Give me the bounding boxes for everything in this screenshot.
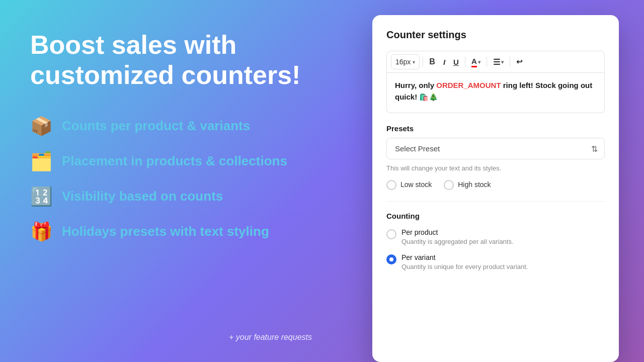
text-toolbar: 16px ▾ B I U A ▾ <box>386 51 605 73</box>
feature-item-2: 🗂️ Placement in products & collections <box>30 151 322 172</box>
italic-button[interactable]: I <box>440 54 448 69</box>
per-product-text: Per product Quantity is aggregated per a… <box>401 228 514 245</box>
font-color-chevron-icon: ▾ <box>478 59 480 65</box>
font-size-value: 16px <box>395 58 411 66</box>
toolbar-divider-4 <box>510 57 510 67</box>
font-color-icon: A <box>471 57 477 67</box>
presets-label: Presets <box>386 124 605 133</box>
toolbar-divider-2 <box>465 57 465 67</box>
feature-text-1: Counts per product & variants <box>62 118 250 134</box>
counting-title: Counting <box>386 212 605 220</box>
feature-item-4: 🎁 Holidays presets with text styling <box>30 221 322 242</box>
hero-section: Boost sales with customized counters! 📦 … <box>0 0 352 362</box>
preset-hint: This will change your text and its style… <box>386 164 605 172</box>
high-stock-radio-circle <box>444 180 454 190</box>
per-product-label: Per product <box>401 228 514 236</box>
per-variant-desc: Quantity is unique for every product var… <box>401 263 528 270</box>
font-color-button[interactable]: A ▾ <box>468 54 484 69</box>
toolbar-divider-3 <box>487 57 487 67</box>
features-list: 📦 Counts per product & variants 🗂️ Place… <box>30 116 322 242</box>
low-stock-label: Low stock <box>400 180 432 189</box>
section-divider <box>386 201 605 202</box>
toolbar-divider-1 <box>423 57 423 67</box>
align-chevron-icon: ▾ <box>501 59 504 65</box>
per-variant-text: Per variant Quantity is unique for every… <box>401 253 528 270</box>
feature-text-2: Placement in products & collections <box>62 153 287 169</box>
feature-emoji-1: 📦 <box>30 116 53 137</box>
counting-section: Counting Per product Quantity is aggrega… <box>386 212 605 270</box>
text-editor-wrapper: 16px ▾ B I U A ▾ <box>386 51 605 113</box>
low-stock-radio-item[interactable]: Low stock <box>386 179 432 190</box>
feature-emoji-2: 🗂️ <box>30 151 53 172</box>
bold-icon: B <box>429 57 435 66</box>
per-product-desc: Quantity is aggregated per all variants. <box>401 238 514 245</box>
per-variant-label: Per variant <box>401 253 528 261</box>
italic-icon: I <box>443 58 445 66</box>
align-button[interactable]: ☰ ▾ <box>490 54 507 69</box>
feature-emoji-3: 🔢 <box>30 186 53 207</box>
underline-icon: U <box>453 58 459 66</box>
per-product-option[interactable]: Per product Quantity is aggregated per a… <box>386 228 605 245</box>
underline-button[interactable]: U <box>450 54 462 69</box>
feature-item-3: 🔢 Visibility based on counts <box>30 186 322 207</box>
feature-text-3: Visibility based on counts <box>62 189 223 204</box>
per-product-radio-circle <box>386 229 396 239</box>
bold-button[interactable]: B <box>426 54 438 69</box>
preset-select-wrapper: Select Preset Low stock High stock ⇅ <box>386 138 605 159</box>
editor-variable: ORDER_AMOUNT <box>436 81 501 89</box>
high-stock-radio-item[interactable]: High stock <box>444 179 491 190</box>
feature-text-4: Holidays presets with text styling <box>62 224 269 239</box>
font-size-button[interactable]: 16px ▾ <box>391 54 420 69</box>
panel-title: Counter settings <box>386 29 605 41</box>
editor-text-before: Hurry, only <box>395 81 436 89</box>
high-stock-label: High stock <box>458 180 491 189</box>
stock-radio-group: Low stock High stock <box>386 179 605 190</box>
undo-icon: ↩ <box>516 57 523 66</box>
feature-emoji-4: 🎁 <box>30 221 53 242</box>
low-stock-radio-circle <box>386 180 396 190</box>
text-editor-area[interactable]: Hurry, only ORDER_AMOUNT ring left! Stoc… <box>386 73 605 113</box>
undo-button[interactable]: ↩ <box>513 54 526 69</box>
font-size-chevron-icon: ▾ <box>413 59 415 65</box>
feature-item-1: 📦 Counts per product & variants <box>30 116 322 137</box>
counter-settings-panel: Counter settings 16px ▾ B I U <box>372 15 619 362</box>
per-variant-option[interactable]: Per variant Quantity is unique for every… <box>386 253 605 270</box>
per-variant-radio-circle <box>386 254 396 264</box>
hero-title: Boost sales with customized counters! <box>30 30 322 90</box>
align-icon: ☰ <box>493 57 500 67</box>
feature-requests-text: + your feature requests <box>30 333 312 342</box>
preset-select[interactable]: Select Preset Low stock High stock <box>386 138 605 159</box>
